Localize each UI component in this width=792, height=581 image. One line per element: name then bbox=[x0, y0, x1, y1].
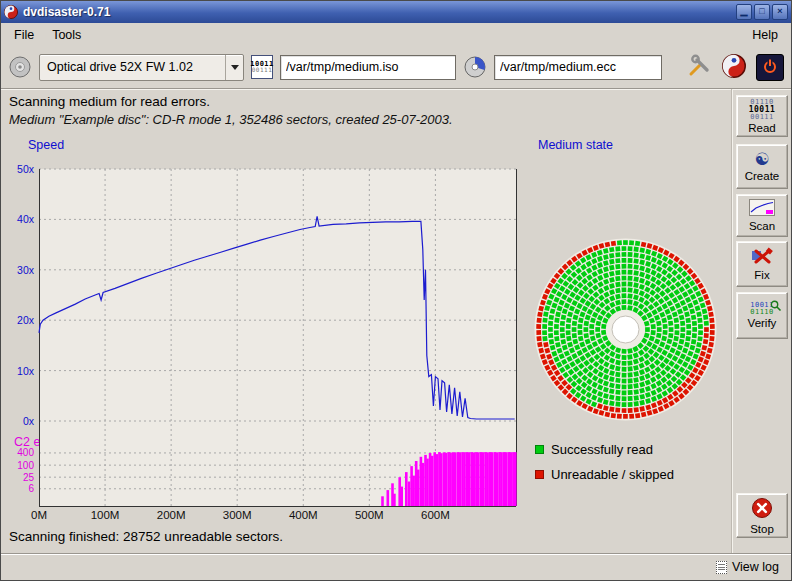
about-logo-button[interactable] bbox=[721, 53, 747, 82]
svg-text:10x: 10x bbox=[17, 365, 35, 377]
read-button[interactable]: 01110 10011 00111 Read bbox=[736, 95, 788, 137]
verify-magnifier-icon: 10011 01110 bbox=[750, 302, 774, 316]
scan-result-line: Scanning finished: 28752 unreadable sect… bbox=[9, 529, 283, 544]
fix-button-label: Fix bbox=[754, 269, 769, 281]
view-log-label: View log bbox=[732, 560, 779, 574]
legend-green-swatch bbox=[535, 445, 544, 454]
minimize-button[interactable]: ▁ bbox=[736, 4, 752, 20]
log-page-icon bbox=[716, 561, 727, 574]
legend-successfully-read: Successfully read bbox=[535, 442, 653, 457]
stop-button-label: Stop bbox=[750, 523, 774, 535]
stop-button[interactable]: Stop bbox=[736, 493, 788, 538]
svg-text:0x: 0x bbox=[23, 415, 35, 427]
svg-text:25: 25 bbox=[23, 472, 35, 483]
medium-state-disc bbox=[528, 232, 723, 427]
optical-drive-icon bbox=[8, 55, 32, 79]
scan-chart-icon bbox=[749, 199, 775, 219]
svg-text:20x: 20x bbox=[17, 314, 35, 326]
maximize-button[interactable]: □ bbox=[754, 4, 770, 20]
svg-text:300M: 300M bbox=[223, 509, 252, 521]
window-title: dvdisaster-0.71 bbox=[23, 5, 729, 19]
create-button-label: Create bbox=[745, 170, 780, 182]
svg-text:400M: 400M bbox=[289, 509, 318, 521]
chevron-down-icon[interactable] bbox=[225, 55, 243, 80]
wrench-icon bbox=[687, 54, 711, 81]
action-sidebar: 01110 10011 00111 Read ☯ Create Scan bbox=[731, 89, 791, 553]
legend-label-read: Successfully read bbox=[551, 442, 653, 457]
drive-select[interactable]: Optical drive 52X FW 1.02 bbox=[39, 54, 244, 81]
fix-button[interactable]: Fix bbox=[736, 241, 788, 287]
legend-unreadable: Unreadable / skipped bbox=[535, 467, 674, 482]
svg-text:30x: 30x bbox=[17, 264, 35, 276]
svg-text:6: 6 bbox=[28, 483, 34, 494]
svg-text:400: 400 bbox=[17, 447, 34, 458]
verify-button[interactable]: 10011 01110 Verify bbox=[736, 292, 788, 339]
svg-text:100M: 100M bbox=[91, 509, 120, 521]
menu-file[interactable]: File bbox=[5, 25, 43, 45]
ecc-disc-icon bbox=[463, 55, 487, 79]
iso-path-input[interactable] bbox=[280, 55, 456, 80]
toolbar: Optical drive 52X FW 1.02 10011 00111 bbox=[1, 46, 791, 89]
scan-button-label: Scan bbox=[749, 220, 775, 232]
legend-red-swatch bbox=[535, 470, 544, 479]
svg-text:600M: 600M bbox=[421, 509, 450, 521]
repair-tools-icon bbox=[750, 247, 774, 268]
menubar: File Tools Help bbox=[1, 23, 791, 46]
svg-text:200M: 200M bbox=[157, 509, 186, 521]
yin-yang-icon: ☯ bbox=[754, 151, 769, 169]
drive-select-value: Optical drive 52X FW 1.02 bbox=[40, 60, 225, 74]
power-icon bbox=[762, 58, 778, 77]
medium-state-title: Medium state bbox=[538, 138, 613, 152]
create-button[interactable]: ☯ Create bbox=[736, 144, 788, 189]
app-window: dvdisaster-0.71 ▁ □ × File Tools Help Op… bbox=[0, 0, 792, 581]
read-button-label: Read bbox=[748, 122, 776, 134]
verify-button-label: Verify bbox=[748, 317, 777, 329]
titlebar[interactable]: dvdisaster-0.71 ▁ □ × bbox=[1, 1, 791, 23]
close-button[interactable]: × bbox=[772, 4, 788, 20]
stop-icon bbox=[751, 497, 773, 522]
preferences-button[interactable] bbox=[686, 53, 712, 82]
app-logo-icon bbox=[4, 5, 18, 19]
svg-text:40x: 40x bbox=[17, 213, 35, 225]
scan-button[interactable]: Scan bbox=[736, 194, 788, 237]
iso-file-icon: 10011 00111 bbox=[251, 55, 273, 79]
svg-text:500M: 500M bbox=[355, 509, 384, 521]
speed-axis-title: Speed bbox=[28, 138, 64, 152]
statusbar: View log bbox=[1, 553, 791, 580]
binary-digits-icon: 01110 10011 00111 bbox=[749, 99, 776, 121]
menu-tools[interactable]: Tools bbox=[43, 25, 90, 45]
speed-c2-chart: 0x10x20x30x40x50x6251004000M100M200M300M… bbox=[1, 156, 531, 528]
legend-label-unreadable: Unreadable / skipped bbox=[551, 467, 674, 482]
medium-info-line: Medium "Example disc": CD-R mode 1, 3524… bbox=[9, 112, 453, 127]
status-line: Scanning medium for read errors. bbox=[9, 94, 210, 109]
ecc-path-input[interactable] bbox=[494, 55, 662, 80]
svg-text:0M: 0M bbox=[31, 509, 47, 521]
quit-button[interactable] bbox=[756, 54, 784, 81]
main-panel: Scanning medium for read errors. Medium … bbox=[1, 89, 732, 553]
dvdisaster-logo-icon bbox=[722, 54, 746, 81]
svg-text:100: 100 bbox=[17, 460, 34, 471]
menu-help[interactable]: Help bbox=[743, 25, 787, 45]
view-log-button[interactable]: View log bbox=[709, 557, 786, 577]
svg-text:50x: 50x bbox=[17, 163, 35, 175]
